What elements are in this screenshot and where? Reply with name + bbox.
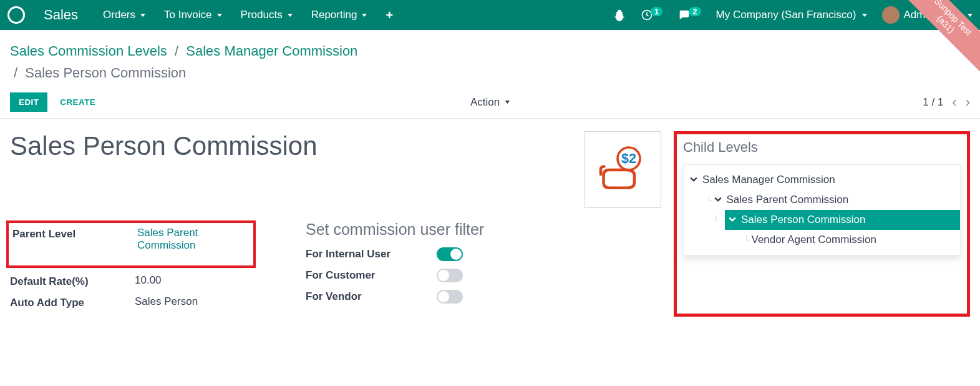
pager-text: 1 / 1 <box>923 96 943 109</box>
chevron-down-icon <box>690 174 699 186</box>
toggle-label-customer: For Customer <box>306 269 437 282</box>
tree-item[interactable]: Sales Manager Commission <box>684 170 960 190</box>
chevron-down-icon <box>862 14 867 17</box>
user-menu[interactable]: Admin (a31) <box>882 6 973 24</box>
app-logo[interactable] <box>7 6 25 24</box>
avatar <box>882 6 900 24</box>
chevron-down-icon <box>217 14 222 17</box>
breadcrumb-item[interactable]: Sales Commission Levels <box>10 43 167 59</box>
tree-connector-icon: └ <box>744 235 749 244</box>
page-title: Sales Person Commission <box>10 131 318 161</box>
tree-item-active[interactable]: Sales Person Commission <box>725 210 960 230</box>
pager-next[interactable]: › <box>966 94 970 111</box>
record-image[interactable]: $2 <box>585 131 661 208</box>
tree-item[interactable]: └ Vendor Agent Commission <box>684 230 960 250</box>
field-value-auto-add: Sales Person <box>135 295 198 308</box>
tree-item-label: Sales Person Commission <box>741 214 865 226</box>
breadcrumb-item[interactable]: Sales Manager Commission <box>186 43 357 59</box>
messages-icon[interactable]: 2 <box>677 8 701 22</box>
tree-item-label: Vendor Agent Commission <box>752 234 876 246</box>
tree-item-label: Sales Manager Commission <box>702 174 835 186</box>
pager-prev[interactable]: ‹ <box>952 94 956 111</box>
tree-item-label: Sales Parent Commission <box>727 194 849 206</box>
toggle-label-vendor: For Vendor <box>306 290 437 303</box>
field-label-parent-level: Parent Level <box>12 227 137 240</box>
nav-orders[interactable]: Orders <box>103 8 145 22</box>
toggle-label-internal: For Internal User <box>306 248 437 260</box>
messages-badge: 2 <box>689 7 701 16</box>
child-levels-title: Child Levels <box>683 139 961 156</box>
toggle-vendor[interactable] <box>437 290 463 304</box>
toggle-customer[interactable] <box>437 269 463 282</box>
chevron-down-icon <box>140 14 145 17</box>
svg-text:$2: $2 <box>621 151 636 166</box>
breadcrumb-current: Sales Person Commission <box>25 65 186 81</box>
company-switcher[interactable]: My Company (San Francisco) <box>716 9 868 21</box>
chevron-down-icon <box>505 101 510 104</box>
chevron-down-icon <box>362 14 367 17</box>
highlight-parent-level: Parent Level Sales Parent Commission <box>6 220 256 268</box>
chevron-down-icon <box>968 14 973 17</box>
field-value-default-rate: 10.00 <box>135 274 162 287</box>
breadcrumb: Sales Commission Levels / Sales Manager … <box>10 40 970 84</box>
highlight-child-levels: Child Levels Sales Manager Commission └ … <box>674 131 970 317</box>
activities-badge: 1 <box>651 7 662 16</box>
field-value-parent-level[interactable]: Sales Parent Commission <box>137 227 231 252</box>
app-title[interactable]: Sales <box>44 7 78 23</box>
chevron-down-icon <box>714 194 723 206</box>
edit-button[interactable]: EDIT <box>10 92 47 112</box>
nav-menu: Orders To Invoice Products Reporting + <box>103 8 393 22</box>
debug-icon[interactable] <box>613 9 626 21</box>
tree-connector-icon: └ <box>706 195 712 204</box>
nav-add-button[interactable]: + <box>386 8 393 22</box>
activities-icon[interactable]: 1 <box>641 9 662 21</box>
filter-section-title: Set commission user filter <box>306 220 484 239</box>
create-button[interactable]: CREATE <box>51 92 104 112</box>
subheader: Sales Commission Levels / Sales Manager … <box>0 30 980 119</box>
toggle-internal-user[interactable] <box>437 247 463 261</box>
navbar: Sales Orders To Invoice Products Reporti… <box>0 0 980 30</box>
nav-reporting[interactable]: Reporting <box>311 8 367 22</box>
field-label-default-rate: Default Rate(%) <box>10 274 135 288</box>
nav-products[interactable]: Products <box>241 8 293 22</box>
nav-to-invoice[interactable]: To Invoice <box>164 8 222 22</box>
action-dropdown[interactable]: Action <box>470 96 510 109</box>
tree-box: Sales Manager Commission └ Sales Parent … <box>683 164 961 255</box>
tree-connector-icon: └ <box>713 215 719 224</box>
tree-item[interactable]: └ Sales Parent Commission <box>684 190 960 210</box>
chevron-down-icon <box>729 214 737 226</box>
chevron-down-icon <box>288 14 293 17</box>
field-label-auto-add: Auto Add Type <box>10 295 135 309</box>
